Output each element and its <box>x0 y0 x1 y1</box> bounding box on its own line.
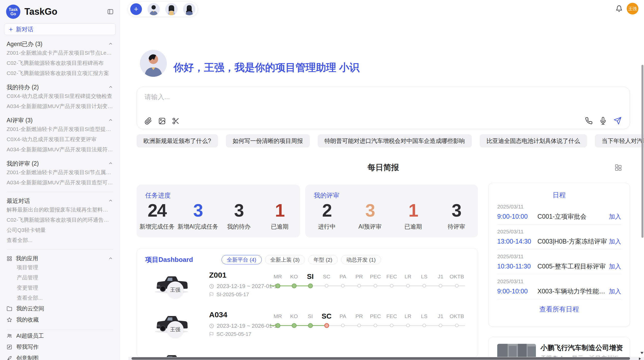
app-title: TaskGo <box>24 6 107 17</box>
milestone-dot <box>439 324 442 327</box>
join-link[interactable]: 加入 <box>609 237 621 246</box>
schedule-event[interactable]: 2025/03/11 10:30-11:30 C005-整车工程目标评审 加入 <box>497 249 621 274</box>
milestone-dot <box>422 284 426 288</box>
user-avatar[interactable]: 王强 <box>627 3 638 14</box>
app-link-project-mgmt[interactable]: 项目管理 <box>7 262 113 273</box>
attachment-icon[interactable] <box>144 117 152 125</box>
schedule-event[interactable]: 2025/03/11 9:00-10:00 X003-车辆动力学性能验... 加… <box>497 274 621 299</box>
schedule-event[interactable]: 2025/03/11 13:00-14:30 C003|H0B-方案冻结评审 加… <box>497 224 621 249</box>
section-header-agent-done[interactable]: Agent已办 (3) <box>7 40 113 48</box>
notification-bell-icon[interactable] <box>616 5 623 12</box>
join-link[interactable]: 加入 <box>609 287 621 295</box>
view-all-schedule-link[interactable]: 查看所有日程 <box>497 305 621 314</box>
view-all-apps[interactable]: 查看全部... <box>7 293 113 303</box>
agent-avatar-2[interactable] <box>165 3 178 15</box>
project-next-milestone: SI-2025-05-17 <box>209 292 249 297</box>
section-header-my-apps[interactable]: 我的应用 <box>7 255 113 262</box>
section-title: 最近对话 <box>7 197 30 205</box>
vehicle-image <box>152 352 191 357</box>
agent-avatar-3[interactable] <box>183 3 195 15</box>
sidebar-item-help-me-write[interactable]: 帮我写作 <box>7 341 113 353</box>
suggestion-chip[interactable]: 欧洲新规最近颁布了什么? <box>137 134 218 147</box>
sidebar-item[interactable]: Z001-全新燃油皮卡产品开发项目SI节点Lesson Learn报告 <box>7 48 113 58</box>
add-agent-button[interactable]: + <box>130 3 142 15</box>
sidebar-section-my-todo: 我的待办 (2) C0X4-动力总成开发项目SI里程碑提交物检查 A034-全新… <box>7 83 113 111</box>
scroll-down-arrow[interactable] <box>640 352 643 354</box>
recent-conversation[interactable]: 公司Q3轻卡销量 <box>7 225 113 235</box>
tab-new-platform[interactable]: 全新平台 (4) <box>222 255 262 264</box>
sidebar-item[interactable]: Z001-全新燃油轻卡产品开发项目SI节点属性5D文件评审 <box>7 167 113 177</box>
tab-model-year[interactable]: 年型 (2) <box>308 255 338 264</box>
project-next-milestone: SC-2025-05-17 <box>209 331 251 337</box>
sidebar-item[interactable]: C02-飞腾新能源轻客改款项目立项汇报方案 <box>7 68 113 78</box>
new-chat-button[interactable]: + 新对话 <box>4 23 116 35</box>
message-input[interactable] <box>144 93 577 108</box>
horizontal-scrollbar[interactable] <box>128 357 644 360</box>
plus-icon: + <box>9 25 13 33</box>
app-logo[interactable]: Task Go <box>6 5 20 19</box>
clock-icon <box>209 323 214 328</box>
card-title: 任务进度 <box>145 191 171 200</box>
project-dashboard-card: 项目Dashboard 全新平台 (4) 全新上装 (3) 年型 (2) 动总开… <box>137 248 478 357</box>
sidebar-item-cloud-space[interactable]: 我的云空间 <box>7 303 113 314</box>
join-link[interactable]: 加入 <box>609 262 621 271</box>
suggestion-chip[interactable]: 特朗普可能对进口汽车增税会对中国车企造成哪些影响 <box>318 134 472 147</box>
image-upload-icon[interactable] <box>158 117 166 125</box>
recent-conversation[interactable]: 解释最新出台的欧盟报废车法规再生塑料比例被调至15%... <box>7 205 113 215</box>
sidebar-section-my-apps: 我的应用 项目管理 产品管理 变更管理 查看全部... <box>7 255 113 303</box>
app-link-change-mgmt[interactable]: 变更管理 <box>7 283 113 293</box>
favorites-label: 我的收藏 <box>16 316 39 324</box>
schedule-event[interactable]: 2025/03/11 9:00-10:00 C001-立项审批会 加入 <box>497 200 621 224</box>
project-row-partial[interactable] <box>137 349 478 357</box>
horizontal-scrollbar-thumb[interactable] <box>131 357 630 360</box>
recent-conversation[interactable]: C02-飞腾新能源轻客改款项目的闭环通告反馈情况 <box>7 215 113 225</box>
view-all-conversations[interactable]: 查看全部... <box>7 235 113 245</box>
send-icon[interactable] <box>613 117 622 125</box>
scroll-right-arrow[interactable] <box>639 357 641 360</box>
microphone-icon[interactable] <box>599 117 607 125</box>
news-card[interactable]: 小鹏飞行汽车制造公司增资 天眼查 App 显示，近日广州汇天飞行汽... <box>488 337 630 360</box>
sidebar-item[interactable]: A034-全新新能源MUV产品开发项目法规符合性评审 <box>7 144 113 155</box>
tab-powertrain[interactable]: 动总开发 (1) <box>341 255 381 264</box>
card-title: 我的评审 <box>314 191 339 200</box>
schedule-title: 日程 <box>497 191 621 200</box>
section-title: 我的应用 <box>16 255 38 262</box>
sidebar-item[interactable]: A034-全新新能源MUV产品开发项目计划变更表编写 <box>7 101 113 111</box>
project-row-z001[interactable]: 王强 Z001 2023-12-19 ~ 2027-01-19 SI-2025-… <box>137 270 478 308</box>
vertical-scrollbar-thumb[interactable] <box>641 65 643 238</box>
briefing-layout-icon[interactable] <box>614 164 622 171</box>
sidebar-item-creative-drawing[interactable]: 创意制图 <box>7 353 113 360</box>
milestone-dot <box>406 284 410 288</box>
event-name: X003-车辆动力学性能验... <box>537 287 609 295</box>
suggestion-chip[interactable]: 如何写一份清晰的项目周报 <box>226 134 310 147</box>
sidebar-item[interactable]: C0X4-动力总成开发项目SI里程碑提交物检查 <box>7 91 113 101</box>
agent-avatar-1[interactable] <box>148 3 160 15</box>
project-row-a034[interactable]: 王强 A034 2023-12-19 ~ 2026-01-19 SC-2025-… <box>137 309 478 348</box>
event-date: 2025/03/11 <box>497 253 621 260</box>
sidebar-item[interactable]: C0X4-动力总成开发项目工程变更评审 <box>7 134 113 144</box>
voice-call-icon[interactable] <box>585 117 593 125</box>
milestone-dot <box>406 324 410 327</box>
divider <box>7 192 113 192</box>
suggestion-chip[interactable]: 当下年轻人对汽车外观有怎样的喜好趋势 <box>595 134 644 147</box>
stat-my-todo: 3 我的待办 <box>218 200 259 231</box>
section-header-recent[interactable]: 最近对话 <box>7 197 113 205</box>
join-link[interactable]: 加入 <box>609 213 621 221</box>
sidebar-item-favorites[interactable]: 我的收藏 <box>7 314 113 325</box>
milestone-dot <box>422 324 426 327</box>
sidebar-section-agent-done: Agent已办 (3) Z001-全新燃油皮卡产品开发项目SI节点Lesson … <box>7 40 113 78</box>
tab-new-bodywork[interactable]: 全新上装 (3) <box>265 255 305 264</box>
sidebar-item[interactable]: Z001-全新燃油轻卡产品开发项目SI造型提交物评审 <box>7 124 113 134</box>
section-header-my-review[interactable]: 我的评审 (2) <box>7 160 113 167</box>
suggestion-chip[interactable]: 比亚迪全固态电池计划具体说了什么 <box>480 134 587 147</box>
sidebar-item[interactable]: A034-全新新能源MUV产品开发项目造型可行性评审 <box>7 177 113 188</box>
section-header-my-todo[interactable]: 我的待办 (2) <box>7 83 113 91</box>
milestone-dot <box>455 284 459 288</box>
collapse-sidebar-icon[interactable] <box>107 8 114 15</box>
screenshot-scissors-icon[interactable] <box>172 117 180 125</box>
event-time: 13:00-14:30 <box>497 238 537 245</box>
section-header-ai-review[interactable]: AI评审 (3) <box>7 116 113 124</box>
sidebar-item-ai-super-staff[interactable]: AI超级员工 <box>7 330 113 341</box>
sidebar-item[interactable]: C02-飞腾新能源轻客改款项目里程碑画布 <box>7 58 113 68</box>
app-link-product-mgmt[interactable]: 产品管理 <box>7 273 113 283</box>
